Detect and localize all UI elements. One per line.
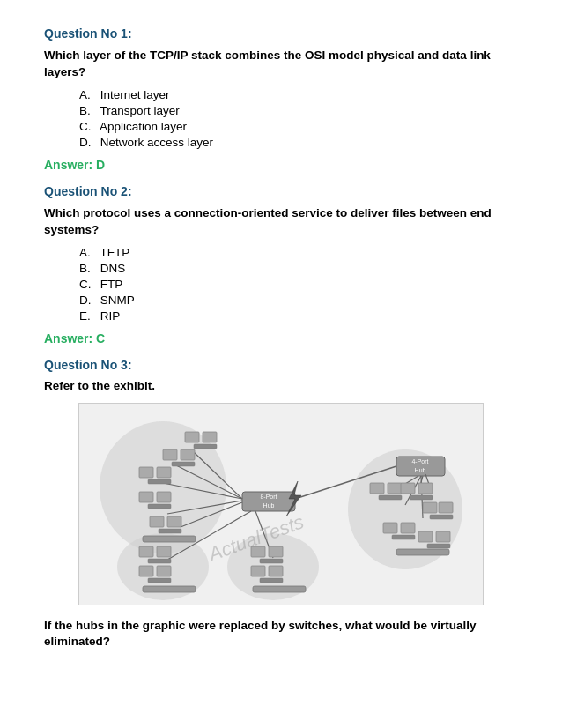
q2-option-c: C. FTP (79, 278, 518, 291)
q1-option-c: C. Application layer (79, 120, 518, 133)
svg-text:Hub: Hub (415, 467, 426, 473)
svg-rect-40 (157, 546, 171, 557)
svg-rect-27 (181, 449, 195, 460)
svg-rect-47 (269, 546, 283, 557)
svg-rect-45 (143, 586, 196, 592)
svg-rect-63 (401, 523, 415, 533)
svg-rect-58 (410, 495, 433, 500)
svg-rect-43 (157, 566, 171, 576)
svg-rect-62 (383, 523, 397, 533)
svg-rect-42 (139, 566, 153, 576)
q2-text: Which protocol uses a connection-oriente… (44, 205, 518, 239)
svg-text:8-Port: 8-Port (260, 494, 277, 500)
svg-rect-65 (418, 531, 433, 542)
q2-title: Question No 2: (44, 184, 518, 198)
svg-rect-23 (185, 432, 199, 442)
svg-rect-55 (379, 495, 402, 500)
svg-rect-32 (139, 492, 153, 502)
svg-rect-57 (418, 483, 433, 494)
svg-rect-56 (401, 483, 415, 494)
q2-option-e: E. RIP (79, 309, 518, 323)
svg-rect-52 (253, 586, 306, 592)
q1-options: A. Internet layer B. Transport layer C. … (79, 88, 518, 149)
exhibit-label: Refer to the exhibit. (44, 379, 518, 392)
q1-option-d: D. Network access layer (79, 136, 518, 149)
q1-answer: Answer: D (44, 158, 518, 172)
svg-rect-38 (143, 536, 196, 542)
q3-bottom-text: If the hubs in the graphic were replaced… (44, 618, 518, 651)
svg-rect-29 (139, 467, 153, 478)
q3-title: Question No 3: (44, 358, 518, 372)
svg-rect-34 (148, 504, 171, 509)
svg-rect-33 (157, 492, 171, 502)
q2-option-d: D. SNMP (79, 293, 518, 307)
svg-rect-51 (260, 578, 283, 583)
svg-rect-66 (436, 531, 450, 542)
svg-rect-37 (159, 529, 181, 533)
svg-rect-48 (260, 559, 283, 563)
network-svg: 8-Port Hub 4-Port Hub (79, 404, 484, 605)
svg-rect-59 (423, 502, 437, 513)
q2-answer: Answer: C (44, 331, 518, 345)
q2-option-a: A. TFTP (79, 246, 518, 259)
svg-rect-60 (439, 502, 453, 513)
q2-options: A. TFTP B. DNS C. FTP D. SNMP E. RIP (79, 246, 518, 323)
network-diagram: 8-Port Hub 4-Port Hub (78, 403, 484, 605)
svg-rect-64 (392, 535, 415, 539)
question-1: Question No 1: Which layer of the TCP/IP… (44, 26, 518, 172)
svg-rect-50 (269, 566, 283, 576)
svg-rect-54 (388, 483, 402, 494)
svg-rect-25 (194, 444, 217, 449)
svg-rect-61 (430, 515, 453, 519)
svg-rect-67 (427, 544, 450, 548)
svg-rect-36 (167, 516, 181, 527)
question-3: Question No 3: Refer to the exhibit. 8-P… (44, 358, 518, 651)
svg-rect-39 (139, 546, 153, 557)
q2-option-b: B. DNS (79, 262, 518, 275)
svg-rect-31 (148, 479, 171, 484)
exhibit-container: 8-Port Hub 4-Port Hub (44, 403, 518, 605)
question-2: Question No 2: Which protocol uses a con… (44, 184, 518, 345)
svg-text:4-Port: 4-Port (411, 458, 428, 464)
svg-rect-68 (396, 549, 449, 555)
svg-rect-24 (203, 432, 217, 442)
q1-title: Question No 1: (44, 26, 518, 41)
svg-rect-53 (370, 483, 384, 494)
svg-rect-41 (148, 559, 171, 563)
q1-text: Which layer of the TCP/IP stack combines… (44, 48, 518, 81)
q1-option-a: A. Internet layer (79, 88, 518, 101)
svg-rect-30 (157, 467, 171, 478)
svg-rect-44 (148, 578, 171, 583)
svg-rect-35 (150, 516, 164, 527)
svg-rect-28 (172, 462, 195, 466)
q1-option-b: B. Transport layer (79, 104, 518, 117)
svg-rect-26 (163, 449, 177, 460)
svg-rect-49 (251, 566, 265, 576)
svg-text:Hub: Hub (263, 502, 275, 509)
